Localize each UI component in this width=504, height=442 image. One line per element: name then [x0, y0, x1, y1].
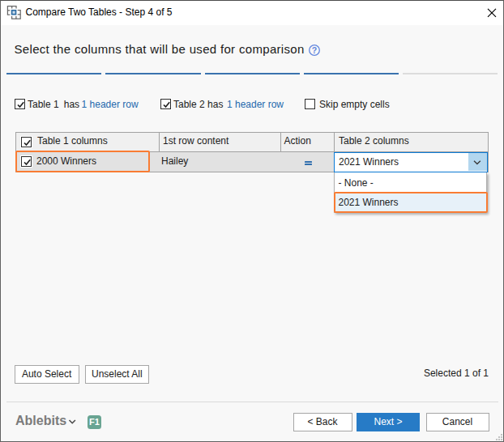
svg-text:?: ? [312, 45, 317, 55]
